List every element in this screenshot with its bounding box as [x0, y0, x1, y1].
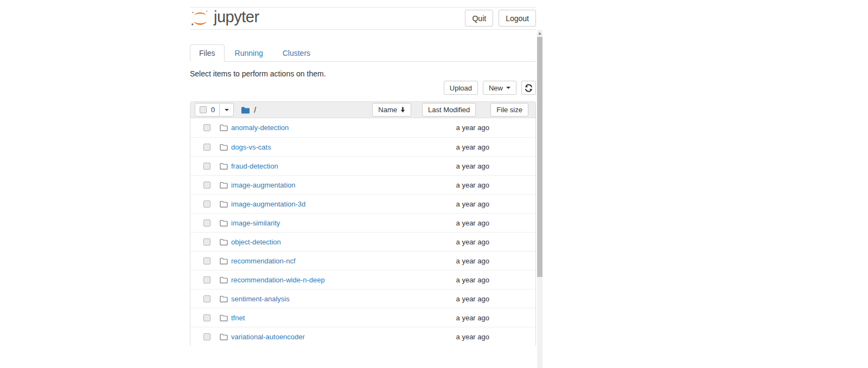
- arrow-down-icon: [400, 107, 405, 113]
- row-checkbox[interactable]: [203, 314, 210, 321]
- row-checkbox[interactable]: [203, 144, 210, 151]
- sort-name-label: Name: [378, 106, 397, 114]
- folder-icon: [220, 124, 228, 131]
- selected-count: 0: [211, 106, 215, 114]
- row-checkbox[interactable]: [203, 182, 210, 189]
- folder-icon: [220, 257, 228, 264]
- row-checkbox[interactable]: [203, 238, 210, 246]
- item-modified: a year ago: [408, 314, 489, 322]
- item-link[interactable]: recommendation-wide-n-deep: [231, 276, 325, 284]
- item-modified: a year ago: [408, 295, 489, 303]
- jupyter-logo-icon: [190, 9, 210, 28]
- chevron-down-icon: [225, 109, 229, 111]
- row-checkbox[interactable]: [203, 163, 210, 170]
- item-link[interactable]: sentiment-analysis: [231, 295, 290, 303]
- notice-text: Select items to perform actions on them.: [190, 69, 326, 78]
- sort-name-button[interactable]: Name: [372, 103, 411, 117]
- breadcrumb: /: [241, 106, 256, 114]
- table-row: fraud-detection a year ago: [190, 156, 535, 175]
- item-link[interactable]: variational-autoencoder: [231, 333, 305, 341]
- row-checkbox[interactable]: [203, 219, 210, 227]
- breadcrumb-path[interactable]: /: [254, 106, 256, 114]
- upload-button[interactable]: Upload: [444, 81, 478, 95]
- row-checkbox[interactable]: [203, 124, 210, 131]
- tab-files[interactable]: Files: [190, 44, 225, 62]
- table-row: tfnet a year ago: [190, 308, 535, 327]
- triangle-up-icon: [538, 32, 541, 35]
- item-modified: a year ago: [408, 238, 489, 246]
- select-all-group: 0: [195, 103, 234, 117]
- folder-icon: [220, 295, 228, 302]
- file-listing: 0 / Name Last Modified File size: [190, 101, 536, 346]
- select-filter-dropdown[interactable]: [219, 103, 234, 117]
- new-dropdown-label: New: [489, 84, 503, 92]
- scroll-up-button[interactable]: [537, 30, 542, 36]
- refresh-icon: [525, 84, 533, 92]
- row-checkbox[interactable]: [203, 257, 210, 264]
- tab-running[interactable]: Running: [226, 44, 272, 62]
- item-link[interactable]: image-augmentation-3d: [231, 200, 305, 208]
- row-checkbox[interactable]: [203, 333, 210, 340]
- new-dropdown-button[interactable]: New: [483, 81, 516, 95]
- refresh-button[interactable]: [521, 81, 536, 95]
- table-row: recommendation-ncf a year ago: [190, 251, 535, 270]
- folder-icon: [220, 201, 228, 208]
- header-buttons: Quit Logout: [465, 10, 536, 27]
- tab-clusters[interactable]: Clusters: [273, 44, 320, 62]
- table-row: dogs-vs-cats a year ago: [190, 137, 535, 156]
- tab-bar: Files Running Clusters: [190, 45, 536, 62]
- table-row: anomaly-detection a year ago: [190, 118, 535, 137]
- item-link[interactable]: dogs-vs-cats: [231, 143, 271, 151]
- item-link[interactable]: image-augmentation: [231, 181, 296, 189]
- scrollbar[interactable]: [537, 30, 542, 368]
- folder-icon: [220, 163, 228, 170]
- quit-button[interactable]: Quit: [465, 10, 493, 27]
- action-bar: Upload New: [444, 81, 536, 95]
- table-row: recommendation-wide-n-deep a year ago: [190, 270, 535, 289]
- table-row: object-detection a year ago: [190, 232, 535, 251]
- folder-icon: [220, 182, 228, 189]
- table-row: image-augmentation-3d a year ago: [190, 194, 535, 213]
- item-modified: a year ago: [408, 200, 489, 208]
- chevron-down-icon: [506, 87, 510, 89]
- item-modified: a year ago: [408, 124, 489, 132]
- item-link[interactable]: fraud-detection: [231, 162, 278, 170]
- table-row: image-similarity a year ago: [190, 213, 535, 232]
- logo-wordmark: jupyter: [214, 9, 259, 27]
- item-modified: a year ago: [408, 257, 489, 265]
- select-all-button[interactable]: 0: [195, 103, 220, 117]
- file-rows: anomaly-detection a year ago dogs-vs-cat…: [190, 118, 535, 346]
- folder-icon: [220, 333, 228, 340]
- row-checkbox[interactable]: [203, 295, 210, 302]
- page-content: jupyter Quit Logout Files Running Cluste…: [190, 0, 536, 368]
- sort-modified-button[interactable]: Last Modified: [422, 103, 476, 117]
- folder-home-icon[interactable]: [241, 106, 250, 114]
- item-link[interactable]: object-detection: [231, 238, 281, 246]
- item-modified: a year ago: [408, 219, 489, 227]
- table-row: image-augmentation a year ago: [190, 175, 535, 194]
- table-row: variational-autoencoder a year ago: [190, 327, 535, 346]
- folder-icon: [220, 314, 228, 321]
- sort-size-button[interactable]: File size: [490, 103, 528, 117]
- item-modified: a year ago: [408, 276, 489, 284]
- row-checkbox[interactable]: [203, 276, 210, 283]
- item-modified: a year ago: [408, 181, 489, 189]
- folder-icon: [220, 276, 228, 283]
- table-row: sentiment-analysis a year ago: [190, 289, 535, 308]
- jupyter-logo[interactable]: jupyter: [190, 9, 259, 28]
- item-link[interactable]: recommendation-ncf: [231, 257, 296, 265]
- item-modified: a year ago: [408, 162, 489, 170]
- folder-icon: [220, 144, 228, 151]
- item-link[interactable]: tfnet: [231, 314, 245, 322]
- folder-icon: [220, 219, 228, 227]
- logout-button[interactable]: Logout: [499, 10, 536, 27]
- select-all-checkbox[interactable]: [200, 106, 207, 113]
- folder-icon: [220, 238, 228, 246]
- item-modified: a year ago: [408, 333, 489, 341]
- item-link[interactable]: image-similarity: [231, 219, 280, 227]
- row-checkbox[interactable]: [203, 201, 210, 208]
- site-header: jupyter Quit Logout: [190, 7, 536, 30]
- list-header: 0 / Name Last Modified File size: [190, 102, 535, 118]
- item-link[interactable]: anomaly-detection: [231, 124, 289, 132]
- scrollbar-thumb[interactable]: [537, 37, 542, 277]
